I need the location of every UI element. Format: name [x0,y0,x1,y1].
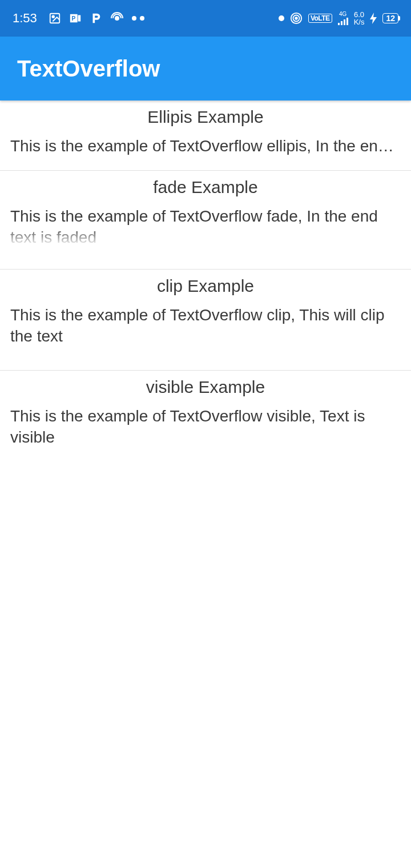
cast-icon [290,12,303,25]
network-speed: 6.0 K/s [354,11,365,26]
overflow-dots-icon [132,16,144,21]
svg-rect-9 [338,23,340,25]
status-time: 1:53 [13,11,37,26]
svg-rect-11 [344,19,345,25]
section-title: Ellipis Example [10,107,401,127]
section-body: This is the example of TextOverflow clip… [10,305,401,347]
volte-badge: VoLTE [308,14,332,23]
notification-dot-icon [279,15,284,21]
section-title: fade Example [10,178,401,197]
svg-rect-4 [78,15,80,22]
powerpoint-icon: P [69,12,82,25]
svg-point-6 [295,17,297,19]
section-body: This is the example of TextOverflow fade… [10,206,401,246]
status-right: VoLTE 4G 6.0 K/s 12 [279,11,398,26]
app-bar: TextOverflow [0,37,411,101]
svg-rect-12 [346,18,348,25]
section-title: visible Example [10,377,401,397]
status-bar: 1:53 P VoLTE 4G 6.0 K/s [0,0,411,37]
app-title: TextOverflow [17,56,160,82]
clip-wrapper: This is the example of TextOverflow clip… [10,305,401,347]
section-clip: clip Example This is the example of Text… [0,270,411,371]
battery-badge: 12 [382,13,398,23]
section-ellipsis: Ellipis Example This is the example of T… [0,101,411,171]
fade-wrapper: This is the example of TextOverflow fade… [10,206,401,246]
status-left: 1:53 P [13,11,144,26]
section-body: This is the example of TextOverflow elli… [10,136,401,156]
section-title: clip Example [10,276,401,296]
charging-icon [370,13,377,24]
svg-point-1 [52,15,54,18]
gallery-icon [49,12,61,25]
svg-text:P: P [71,15,75,22]
signal-icon: 4G [338,11,348,25]
section-fade: fade Example This is the example of Text… [0,171,411,270]
section-visible: visible Example This is the example of T… [0,371,411,461]
svg-point-5 [115,17,119,20]
section-body: This is the example of TextOverflow visi… [10,406,401,448]
p-icon [90,12,102,25]
hotspot-icon [110,11,124,25]
svg-rect-10 [341,21,342,25]
